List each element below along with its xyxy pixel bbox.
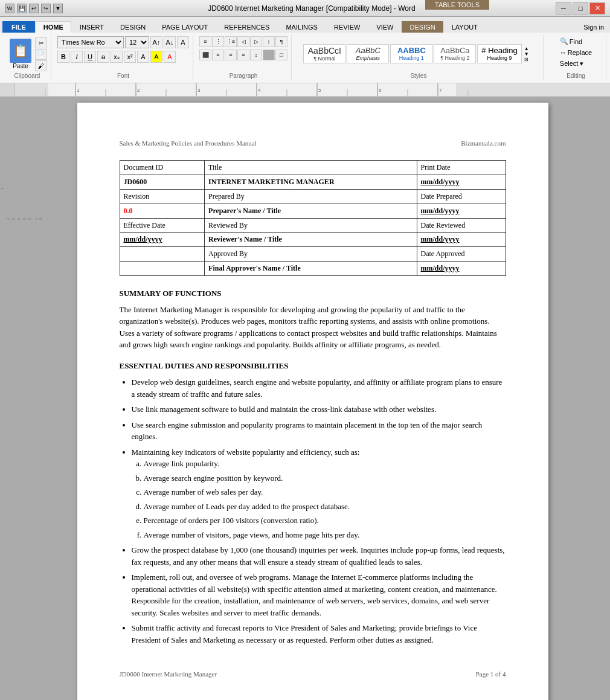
style-heading9[interactable]: # Heading Heading 9 [477,44,521,63]
sort-button[interactable]: ↕ [263,36,275,47]
styles-list: AaBbCcI ¶ Normal AaBbC Emphasis AABBC He… [303,44,533,63]
table-cell [120,261,205,275]
font-size-select[interactable]: 12 [125,36,149,48]
paste-button[interactable]: 📋 Paste [7,37,34,71]
justify-button[interactable]: ≡ [237,50,249,60]
title-bar: W 💾 ↩ ↪ ▼ JD0600 Internet Marketing Mana… [0,0,610,17]
tab-design[interactable]: DESIGN [112,21,153,33]
align-center-button[interactable]: ≡ [212,50,224,60]
table-row: Approved By Date Approved [120,247,506,262]
paragraph-content: ≡ ⋮ ⋮≡ ◁ ▷ ↕ ¶ ⬛ ≡ ≡ ≡ ↕ □ [199,36,287,71]
find-button[interactable]: 🔍 Find [557,36,585,47]
tab-table-design[interactable]: DESIGN [402,21,443,33]
clipboard-secondary: ✂ 📄 🖌 [35,37,47,71]
replace-button[interactable]: ↔ Replace [557,48,595,57]
document-page: Sales & Marketing Policies and Procedure… [77,103,548,700]
list-item: Average number of visitors, page views, … [144,529,506,541]
table-cell: Reviewed By [205,218,417,233]
font-content: Times New Ro 12 A↑ A↓ A B I U a x₂ x² [57,36,189,71]
align-left-button[interactable]: ⬛ [199,50,211,60]
close-button[interactable]: ✕ [589,2,605,14]
tab-file[interactable]: FILE [2,21,35,33]
cut-button[interactable]: ✂ [35,37,47,48]
align-right-button[interactable]: ≡ [225,50,237,60]
decrease-font-button[interactable]: A↓ [164,36,176,48]
font-name-select[interactable]: Times New Ro [57,36,124,48]
style-emphasis[interactable]: AaBbC Emphasis [347,44,389,63]
ribbon-content: 📋 Paste ✂ 📄 🖌 Clipboard Times New Ro [0,33,610,83]
subscript-button[interactable]: x₂ [111,51,123,63]
format-painter-button[interactable]: 🖌 [35,60,47,71]
borders-button[interactable]: □ [275,50,287,60]
ruler-svg: 1 2 3 4 5 6 7 [15,83,610,97]
summary-text: The Internet Marketing Manager is respon… [120,304,506,351]
multilevel-list-button[interactable]: ⋮≡ [225,36,237,47]
copy-button[interactable]: 📄 [35,49,47,60]
highlight-button[interactable]: A [150,51,162,63]
list-item: Average number of Leads per day added to… [144,501,506,513]
svg-text:5: 5 [318,88,321,93]
select-button[interactable]: Select ▾ [557,59,587,69]
text-effects-button[interactable]: A [137,51,149,63]
show-hide-button[interactable]: ¶ [275,36,287,47]
title-bar-icons: W 💾 ↩ ↪ ▼ [5,4,63,13]
table-cell: mm/dd/yyyy [417,175,506,190]
save-icon[interactable]: 💾 [17,4,27,13]
underline-button[interactable]: U [84,51,96,63]
style-heading2[interactable]: AaBbCa ¶ Heading 2 [434,44,476,63]
minimize-button[interactable]: ─ [556,2,571,14]
tab-page-layout[interactable]: PAGE LAYOUT [154,21,216,33]
table-row: Final Approver's Name / Title mm/dd/yyyy [120,261,506,275]
font-color-button[interactable]: A [164,51,176,63]
strikethrough-button[interactable]: a [97,51,109,63]
tab-references[interactable]: REFERENCES [216,21,277,33]
tab-mailings[interactable]: MAILINGS [278,21,326,33]
styles-label: Styles [410,71,426,79]
style-heading1[interactable]: AABBC Heading 1 [390,44,432,63]
shading-button[interactable] [263,50,275,60]
table-cell: mm/dd/yyyy [417,233,506,247]
tab-review[interactable]: REVIEW [326,21,368,33]
table-cell: Reviewer's Name / Title [205,233,417,247]
sign-in-button[interactable]: Sign in [577,22,610,33]
summary-title: SUMMARY OF FUNCTIONS [120,288,506,299]
increase-font-button[interactable]: A↑ [150,36,162,48]
editing-group: 🔍 Find ↔ Replace Select ▾ Editing [546,35,606,80]
paste-label: Paste [13,63,28,69]
tab-insert[interactable]: INSERT [72,21,112,33]
table-tools-label: TABLE TOOLS [425,0,489,10]
svg-text:1: 1 [77,88,80,93]
table-cell [120,247,205,262]
ribbon-tabs: FILE HOME INSERT DESIGN PAGE LAYOUT REFE… [0,17,610,33]
italic-button[interactable]: I [71,51,83,63]
paste-icon: 📋 [10,39,31,63]
table-row: 0.0 Preparer's Name / Title mm/dd/yyyy [120,204,506,218]
app-icon: W [5,4,14,13]
superscript-button[interactable]: x² [124,51,136,63]
tab-view[interactable]: VIEW [368,21,401,33]
editing-label: Editing [567,71,585,79]
list-item: Develop web design guidelines, search en… [132,376,506,400]
ruler-left [0,83,15,96]
numbered-list-button[interactable]: ⋮ [212,36,224,47]
styles-content: AaBbCcI ¶ Normal AaBbC Emphasis AABBC He… [303,36,533,71]
tab-table-layout[interactable]: LAYOUT [444,21,486,33]
bold-button[interactable]: B [57,51,69,63]
undo-icon[interactable]: ↩ [29,4,39,13]
clear-format-button[interactable]: A [177,36,189,48]
redo-icon[interactable]: ↪ [41,4,51,13]
font-group: Times New Ro 12 A↑ A↓ A B I U a x₂ x² [54,35,193,80]
paragraph-label: Paragraph [230,71,258,79]
decrease-indent-button[interactable]: ◁ [237,36,249,47]
para-row-2: ⬛ ≡ ≡ ≡ ↕ □ [199,50,287,60]
page-footer: JD0600 Internet Marketing Manager Page 1… [120,670,506,679]
maximize-button[interactable]: □ [573,2,588,14]
tab-home[interactable]: HOME [36,21,71,33]
line-spacing-button[interactable]: ↕ [250,50,262,60]
styles-scroll-button[interactable]: ▲ ▼ ⊡ [524,44,534,63]
customize-icon[interactable]: ▼ [53,4,63,13]
bullets-button[interactable]: ≡ [199,36,211,47]
style-default[interactable]: AaBbCcI ¶ Normal [303,44,345,63]
increase-indent-button[interactable]: ▷ [250,36,262,47]
list-item: Average link popularity. [144,458,506,470]
